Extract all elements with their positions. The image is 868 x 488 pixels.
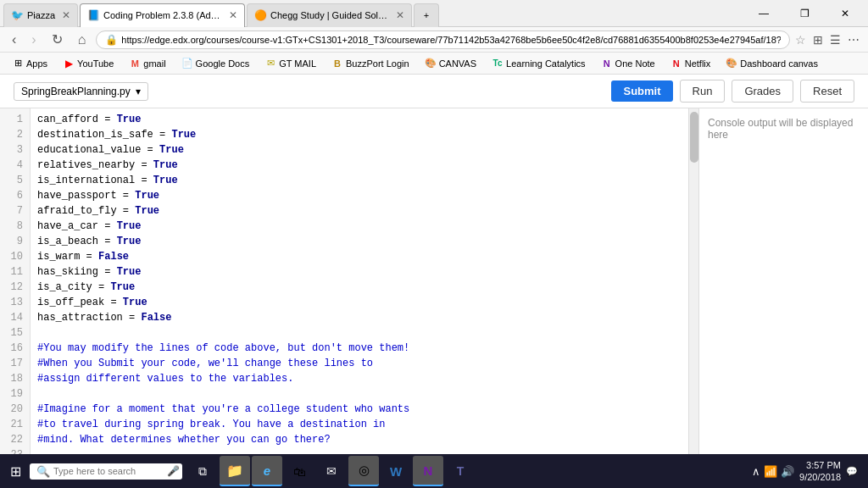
tab-piazza[interactable]: 🐦 Piazza ✕ (3, 3, 78, 27)
taskbar-search[interactable]: 🔍 🎤 (30, 463, 182, 480)
code-content[interactable]: 1234567891011121314151617181920212223242… (0, 108, 688, 488)
taskbar-edge[interactable]: e (252, 456, 282, 486)
code-line-18[interactable]: #assign different values to the variable… (37, 371, 682, 386)
code-line-10[interactable]: is_warm = False (37, 249, 682, 264)
nav-bar: ‹ › ↻ ⌂ 🔒 ☆ ⊞ ☰ ⋯ (0, 27, 868, 53)
line-number-4: 4 (7, 158, 23, 173)
code-line-8[interactable]: have_a_car = True (37, 219, 682, 234)
code-line-4[interactable]: relatives_nearby = True (37, 158, 682, 173)
clock[interactable]: 3:57 PM 9/20/2018 (799, 459, 841, 484)
bookmark-gtmail[interactable]: ✉ GT MAIL (259, 56, 321, 71)
bookmark-buzzport[interactable]: B BuzzPort Login (326, 56, 415, 71)
netflix-icon: N (670, 58, 682, 69)
code-line-17[interactable]: #When you Submit your code, we'll change… (37, 356, 682, 371)
line-number-5: 5 (7, 173, 23, 188)
menu-button[interactable]: ⋯ (846, 31, 861, 48)
code-line-13[interactable]: is_off_peak = True (37, 295, 682, 310)
taskbar-task-view[interactable]: ⧉ (187, 456, 218, 486)
taskbar-chrome[interactable]: ◎ (348, 456, 379, 486)
clock-time: 3:57 PM (799, 459, 841, 471)
vertical-scrollbar[interactable] (688, 108, 698, 488)
task-view-icon: ⧉ (198, 464, 207, 479)
hub-button[interactable]: ☰ (828, 31, 843, 48)
bookmark-dashboard[interactable]: 🎨 Dashboard canvas (721, 56, 823, 71)
taskbar-search-input[interactable] (53, 466, 164, 476)
tray-up-arrow[interactable]: ∧ (752, 465, 760, 478)
code-line-5[interactable]: is_international = True (37, 173, 682, 188)
tab-piazza-icon: 🐦 (11, 9, 24, 21)
line-number-10: 10 (7, 249, 23, 264)
back-button[interactable]: ‹ (7, 30, 21, 49)
bookmark-learning[interactable]: Tc Learning Catalytics (487, 56, 591, 71)
code-line-15[interactable] (37, 325, 682, 341)
bookmark-netflix[interactable]: N Netflix (665, 56, 716, 71)
taskbar-file-explorer[interactable]: 📁 (220, 456, 250, 486)
tab-coding[interactable]: 📘 Coding Problem 2.3.8 (Advance... ✕ (80, 3, 245, 27)
bookmark-youtube[interactable]: ▶ YouTube (58, 56, 119, 71)
bookmark-onenote[interactable]: N One Note (596, 56, 660, 71)
line-number-12: 12 (7, 280, 23, 295)
bookmark-star-button[interactable]: ☆ (795, 33, 806, 47)
code-line-19[interactable] (37, 386, 682, 402)
tab-chegg-close[interactable]: ✕ (396, 9, 404, 21)
bookmark-gmail[interactable]: M gmail (124, 56, 170, 71)
bookmark-google-docs[interactable]: 📄 Google Docs (176, 56, 255, 71)
forward-button[interactable]: › (26, 30, 41, 49)
home-button[interactable]: ⌂ (73, 30, 92, 49)
taskbar-onenote[interactable]: N (413, 456, 443, 486)
code-editor[interactable]: 1234567891011121314151617181920212223242… (0, 108, 688, 488)
tab-piazza-close[interactable]: ✕ (62, 9, 70, 21)
code-line-6[interactable]: have_passport = True (37, 188, 682, 203)
code-lines[interactable]: can_afford = Truedestination_is_safe = T… (31, 108, 688, 488)
onenote-icon: N (601, 58, 613, 69)
bookmark-learning-label: Learning Catalytics (506, 58, 586, 69)
code-line-22[interactable]: #mind. What determines whether you can g… (37, 432, 682, 447)
code-line-21[interactable]: #to travel during spring break. You have… (37, 417, 682, 432)
run-button[interactable]: Run (680, 80, 726, 103)
bookmark-apps[interactable]: ⊞ Apps (7, 56, 53, 71)
code-line-9[interactable]: is_a_beach = True (37, 234, 682, 249)
line-number-7: 7 (7, 203, 23, 219)
code-line-1[interactable]: can_afford = True (37, 112, 682, 127)
tab-chegg[interactable]: 🟠 Chegg Study | Guided Solutions... ✕ (247, 3, 412, 27)
code-line-16[interactable]: #You may modify the lines of code above,… (37, 341, 682, 356)
line-number-20: 20 (7, 402, 23, 417)
bookmark-dashboard-label: Dashboard canvas (740, 58, 818, 69)
code-line-20[interactable]: #Imagine for a moment that you're a coll… (37, 402, 682, 417)
file-selector[interactable]: SpringBreakPlanning.py ▾ (14, 82, 148, 101)
address-input[interactable] (121, 35, 781, 45)
code-line-12[interactable]: is_a_city = True (37, 280, 682, 295)
tab-coding-close[interactable]: ✕ (229, 9, 237, 21)
submit-button[interactable]: Submit (611, 80, 672, 102)
new-tab-button[interactable]: + (414, 3, 439, 27)
line-number-8: 8 (7, 219, 23, 234)
tab-piazza-label: Piazza (27, 10, 55, 20)
address-bar[interactable]: 🔒 (96, 30, 790, 49)
notification-icon[interactable]: 💬 (846, 466, 858, 477)
taskbar-store[interactable]: 🛍 (284, 456, 314, 486)
extensions-button[interactable]: ⊞ (811, 31, 825, 48)
refresh-button[interactable]: ↻ (47, 30, 68, 49)
grades-button[interactable]: Grades (732, 80, 793, 103)
code-line-2[interactable]: destination_is_safe = True (37, 127, 682, 142)
scrollbar-thumb[interactable] (690, 112, 698, 163)
learning-icon: Tc (492, 58, 504, 69)
restore-button[interactable]: ❐ (785, 2, 824, 25)
code-line-7[interactable]: afraid_to_fly = True (37, 203, 682, 219)
taskbar-word[interactable]: W (381, 456, 411, 486)
start-button[interactable]: ⊞ (3, 460, 28, 483)
code-line-14[interactable]: has_attraction = False (37, 310, 682, 325)
line-number-6: 6 (7, 188, 23, 203)
taskbar-mail[interactable]: ✉ (316, 456, 347, 486)
close-button[interactable]: ✕ (826, 2, 865, 25)
tab-coding-icon: 📘 (87, 9, 100, 21)
reset-button[interactable]: Reset (800, 80, 854, 103)
bookmark-gtmail-label: GT MAIL (279, 58, 316, 69)
bookmark-canvas[interactable]: 🎨 CANVAS (420, 56, 481, 71)
console-placeholder-text: Console output will be displayed here (708, 117, 853, 141)
minimize-button[interactable]: — (744, 2, 783, 25)
code-line-3[interactable]: educational_value = True (37, 142, 682, 158)
dashboard-icon: 🎨 (726, 58, 737, 69)
code-line-11[interactable]: has_skiing = True (37, 264, 682, 280)
taskbar-teams[interactable]: T (445, 456, 476, 486)
